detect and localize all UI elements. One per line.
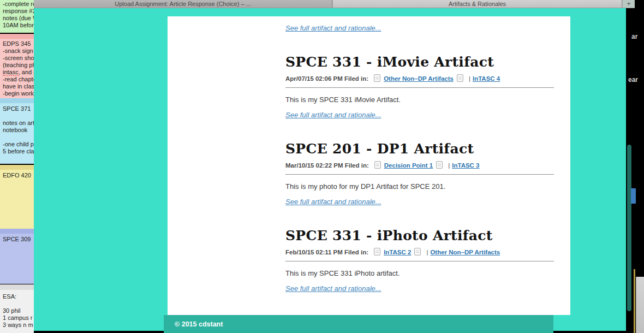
note-line: SPCE 309 xyxy=(0,236,34,243)
note-titlebar xyxy=(0,229,34,234)
category-separator: | xyxy=(469,75,470,82)
blog-post: SPCE 331 - iMovie Artifact Apr/07/15 02:… xyxy=(285,55,561,120)
post-body: This is my photo for my DP1 Artifact for… xyxy=(285,182,561,191)
post-meta: Feb/10/15 02:11 PM Filed in:InTASC 2|Oth… xyxy=(285,248,561,255)
note-line: 10AM before xyxy=(0,22,34,29)
note-line xyxy=(0,300,34,307)
note-line xyxy=(0,134,34,141)
note-titlebar xyxy=(0,34,34,39)
read-more-link[interactable]: See full artifact and rationale... xyxy=(285,284,381,293)
background-window-yellow-edge xyxy=(634,269,635,333)
post-divider xyxy=(285,87,554,88)
blog-post: SPCE 201 - DP1 Artifact Mar/10/15 02:22 … xyxy=(285,141,561,206)
note-line: EDPS 345 xyxy=(0,40,34,47)
category-doc-icon xyxy=(374,248,380,255)
blog-post: SPCE 331 - iPhoto Artifact Feb/10/15 02:… xyxy=(285,228,561,293)
post-title: SPCE 331 - iPhoto Artifact xyxy=(285,228,561,243)
tab-bar: Upload Assignment: Article Response (Cho… xyxy=(34,0,635,8)
note-titlebar xyxy=(0,98,34,103)
category-doc-icon xyxy=(374,161,381,169)
sticky-note-edps-345[interactable]: EDPS 345 -snack sign -screen sho (teachi… xyxy=(0,34,34,98)
background-window-gray-edge xyxy=(636,277,644,333)
category-doc-icon xyxy=(414,248,421,255)
note-line: notes on art xyxy=(0,120,34,127)
category-link[interactable]: Other Non–DP Artifacts xyxy=(430,249,500,255)
browser-viewport: See full artifact and rationale... SPCE … xyxy=(34,8,626,331)
note-line: (teaching ph xyxy=(0,62,34,69)
blog-footer: © 2015 cdstant xyxy=(164,315,553,333)
sticky-note-spce-309[interactable]: SPCE 309 xyxy=(0,229,34,284)
post-date: Apr/07/15 02:06 PM xyxy=(285,75,343,82)
note-line: EDFO 420 xyxy=(0,172,34,179)
note-line: 5 before cla xyxy=(0,148,34,155)
category-link[interactable]: Decision Point 1 xyxy=(384,162,433,169)
read-more-link[interactable]: See full artifact and rationale... xyxy=(285,198,381,206)
note-line: 30 phil xyxy=(0,307,34,314)
post-date: Mar/10/15 02:22 PM xyxy=(285,162,343,169)
category-doc-icon xyxy=(457,74,463,82)
sticky-note-spce-371[interactable]: SPCE 371 notes on art notebook -one chil… xyxy=(0,98,34,164)
sticky-note-esa[interactable]: ESA: 30 phil 1 campus r 3 ways n m xyxy=(0,284,34,333)
note-line xyxy=(0,112,34,120)
sticky-note-edfo-420[interactable]: EDFO 420 xyxy=(0,165,34,229)
category-separator: | xyxy=(448,162,450,169)
note-line: -screen sho xyxy=(0,55,34,62)
category-doc-icon xyxy=(436,161,443,169)
post-divider xyxy=(285,174,554,175)
post-meta: Apr/07/15 02:06 PM Filed in:Other Non–DP… xyxy=(285,74,561,82)
note-line: ESA: xyxy=(0,293,34,300)
note-line: intasc, and a xyxy=(0,69,34,76)
post-date: Feb/10/15 02:11 PM xyxy=(285,249,343,255)
tab-artifacts-rationales[interactable]: Artifacts & Rationales xyxy=(333,0,622,8)
category-link[interactable]: InTASC 3 xyxy=(452,162,479,169)
category-link[interactable]: InTASC 4 xyxy=(473,75,500,82)
read-more-link[interactable]: See full artifact and rationale... xyxy=(285,111,381,119)
note-line: -snack sign xyxy=(0,47,34,55)
scrollbar-thumb[interactable] xyxy=(627,145,631,311)
new-tab-button[interactable]: + xyxy=(623,0,635,8)
blog-content-area: See full artifact and rationale... SPCE … xyxy=(168,16,570,315)
read-more-link[interactable]: See full artifact and rationale... xyxy=(285,24,381,32)
note-line: response #2 xyxy=(0,8,34,15)
category-link[interactable]: InTASC 2 xyxy=(384,249,411,255)
note-line: have in clas xyxy=(0,83,34,90)
post-title: SPCE 331 - iMovie Artifact xyxy=(285,55,561,69)
filed-in-label: Filed in: xyxy=(344,249,368,255)
note-line: -read chapte xyxy=(0,76,34,83)
note-titlebar xyxy=(0,165,34,170)
note-line: -complete re xyxy=(0,1,34,8)
tab-upload-assignment[interactable]: Upload Assignment: Article Response (Cho… xyxy=(34,0,332,8)
filed-in-label: Filed in: xyxy=(345,162,369,169)
note-line: notebook xyxy=(0,127,34,134)
post-body: This is my SPCE 331 iPhoto artifact. xyxy=(285,269,561,277)
post-meta: Mar/10/15 02:22 PM Filed in:Decision Poi… xyxy=(285,161,561,169)
background-window-text: ear xyxy=(628,76,638,84)
post-divider xyxy=(285,261,554,261)
desktop-screen: -complete re response #2 notes (due W 10… xyxy=(0,0,644,333)
sticky-note-todo[interactable]: -complete re response #2 notes (due W 10… xyxy=(0,0,34,33)
copyright-text: © 2015 cdstant xyxy=(175,320,223,328)
note-line-rest: , and a xyxy=(19,69,34,75)
background-window-text: ar xyxy=(631,33,637,40)
note-line: notes (due W xyxy=(0,15,34,22)
note-line: -begin work xyxy=(0,90,34,97)
category-separator: | xyxy=(426,249,428,255)
post-title: SPCE 201 - DP1 Artifact xyxy=(285,141,561,156)
post-body: This is my SPCE 331 iMovie Artifact. xyxy=(285,96,561,104)
note-line: 1 campus r xyxy=(0,314,34,322)
blog-column: See full artifact and rationale... SPCE … xyxy=(285,16,561,293)
background-window-blue-edge xyxy=(631,188,636,204)
note-line: 3 ways n m xyxy=(0,322,34,329)
filed-in-label: Filed in: xyxy=(344,75,368,82)
category-link[interactable]: Other Non–DP Artifacts xyxy=(384,75,454,82)
category-doc-icon xyxy=(374,74,380,82)
note-line: SPCE 371 xyxy=(0,105,34,112)
note-line: -one child p xyxy=(0,141,34,148)
misspelled-word: intasc xyxy=(3,69,19,76)
note-titlebar xyxy=(0,284,34,290)
